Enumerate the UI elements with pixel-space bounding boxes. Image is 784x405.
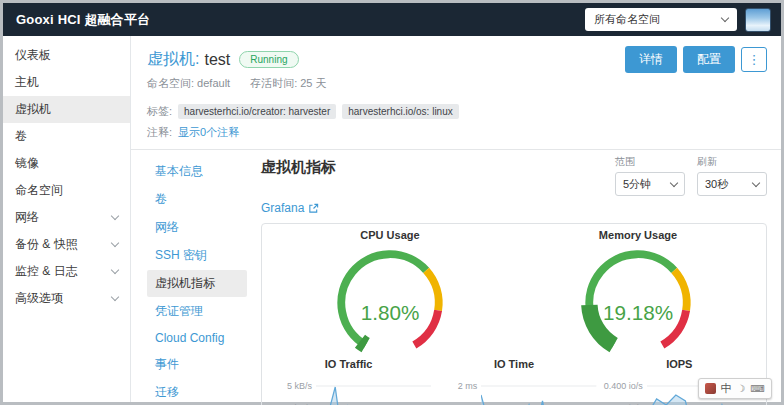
chevron-down-icon bbox=[111, 239, 119, 247]
tab-ssh-keys[interactable]: SSH 密钥 bbox=[147, 242, 247, 269]
gauge-row: CPU Usage 1.80% Memory Usa bbox=[266, 229, 762, 354]
app-header: Gooxi HCI 超融合平台 所有命名空间 bbox=[3, 3, 781, 36]
sidebar-item-volumes[interactable]: 卷 bbox=[3, 123, 130, 150]
divider bbox=[131, 149, 781, 150]
refresh-label: 刷新 bbox=[697, 155, 767, 169]
tab-volumes[interactable]: 卷 bbox=[147, 186, 247, 213]
metrics-panel: CPU Usage 1.80% Memory Usa bbox=[261, 223, 767, 405]
sidebar-item-virtual-machines[interactable]: 虚拟机 bbox=[3, 96, 130, 123]
cpu-usage-gauge: CPU Usage 1.80% bbox=[266, 229, 514, 354]
chevron-down-icon bbox=[721, 14, 729, 22]
grafana-row: Grafana bbox=[261, 198, 767, 216]
sidebar-item-label: 备份 & 快照 bbox=[15, 236, 78, 253]
memory-usage-value: 19.18% bbox=[603, 301, 673, 324]
label-chip-creator: harvesterhci.io/creator: harvester bbox=[178, 104, 336, 119]
metrics-title: 虚拟机指标 bbox=[261, 158, 336, 177]
tab-basic-info[interactable]: 基本信息 bbox=[147, 158, 247, 185]
app-title: Gooxi HCI 超融合平台 bbox=[16, 11, 150, 29]
sidebar-item-label: 监控 & 日志 bbox=[15, 263, 78, 280]
metrics-header: 虚拟机指标 范围 5分钟 刷新 bbox=[261, 155, 767, 196]
y-axis-labels: 5 kB/s 4 kB/s 3 kB/s bbox=[266, 373, 316, 405]
resource-type-link[interactable]: 虚拟机: bbox=[147, 49, 199, 70]
tab-credentials[interactable]: 凭证管理 bbox=[147, 298, 247, 325]
main-content: 虚拟机: test Running 详情 配置 ⋮ 命名空间: default … bbox=[131, 36, 781, 402]
cpu-usage-value: 1.80% bbox=[361, 301, 420, 324]
sidebar-item-images[interactable]: 镜像 bbox=[3, 150, 130, 177]
sidebar-item-hosts[interactable]: 主机 bbox=[3, 69, 130, 96]
sidebar-item-dashboard[interactable]: 仪表板 bbox=[3, 42, 130, 69]
chart-title: IO Time bbox=[431, 358, 596, 370]
config-button[interactable]: 配置 bbox=[683, 46, 735, 73]
range-value: 5分钟 bbox=[623, 177, 651, 192]
sidebar-item-advanced[interactable]: 高级选项 bbox=[3, 285, 130, 312]
chevron-down-icon bbox=[111, 293, 119, 301]
namespace-filter-select[interactable]: 所有命名空间 bbox=[585, 8, 737, 31]
sidebar-item-label: 仪表板 bbox=[15, 47, 51, 64]
sidebar-item-monitoring-logs[interactable]: 监控 & 日志 bbox=[3, 258, 130, 285]
header-right: 所有命名空间 bbox=[585, 8, 771, 32]
status-badge: Running bbox=[239, 51, 298, 68]
gauge-title: CPU Usage bbox=[360, 229, 419, 241]
tab-events[interactable]: 事件 bbox=[147, 351, 247, 378]
range-label: 范围 bbox=[615, 155, 685, 169]
sidebar-item-label: 卷 bbox=[15, 128, 27, 145]
annotations-row: 注释: 显示0个注释 bbox=[147, 125, 767, 140]
tab-cloud-config[interactable]: Cloud Config bbox=[147, 326, 247, 350]
detail-row: 基本信息 卷 网络 SSH 密钥 虚拟机指标 凭证管理 Cloud Config… bbox=[147, 155, 767, 405]
io-time-plot bbox=[481, 373, 596, 405]
external-link-icon bbox=[308, 203, 319, 214]
memory-gauge-chart: 19.18% bbox=[577, 242, 699, 354]
range-control: 范围 5分钟 bbox=[615, 155, 685, 196]
sidebar-item-backup-snapshot[interactable]: 备份 & 快照 bbox=[3, 231, 130, 258]
y-axis-labels: 2 ms 1.50 ms 1 ms bbox=[431, 373, 481, 405]
sidebar-item-networks[interactable]: 网络 bbox=[3, 204, 130, 231]
ime-moon-icon[interactable]: ☽ bbox=[737, 383, 746, 394]
metrics-section: 虚拟机指标 范围 5分钟 刷新 bbox=[247, 155, 767, 405]
cpu-gauge-chart: 1.80% bbox=[329, 242, 451, 354]
tab-migration[interactable]: 迁移 bbox=[147, 379, 247, 405]
io-traffic-plot bbox=[316, 373, 431, 405]
ime-logo-icon[interactable] bbox=[705, 383, 716, 394]
action-buttons: 详情 配置 ⋮ bbox=[625, 46, 767, 73]
sidebar-item-label: 高级选项 bbox=[15, 290, 63, 307]
refresh-select[interactable]: 30秒 bbox=[697, 172, 767, 196]
details-button[interactable]: 详情 bbox=[625, 46, 677, 73]
annotations-label: 注释: bbox=[147, 125, 172, 140]
age-text: 存活时间: 25 天 bbox=[250, 76, 326, 91]
ime-toolbar[interactable]: 中 ☽ ⌨ bbox=[698, 378, 772, 399]
sidebar-item-namespaces[interactable]: 命名空间 bbox=[3, 177, 130, 204]
annotations-toggle-link[interactable]: 显示0个注释 bbox=[178, 125, 239, 140]
sidebar-item-label: 镜像 bbox=[15, 155, 39, 172]
y-axis-labels: 0.400 io/s 0.300 io/s 0.200 io/s bbox=[597, 373, 647, 405]
mini-charts-row: IO Traffic 5 kB/s 4 kB/s 3 kB/s bbox=[266, 358, 762, 405]
chevron-down-icon bbox=[670, 178, 678, 186]
chevron-down-icon bbox=[111, 212, 119, 220]
io-time-chart: IO Time 2 ms 1.50 ms 1 ms bbox=[431, 358, 596, 405]
chart-title: IO Traffic bbox=[266, 358, 431, 370]
body-row: 仪表板 主机 虚拟机 卷 镜像 命名空间 网络 备份 & 快照 监控 & 日志 … bbox=[3, 36, 781, 402]
tab-vm-metrics[interactable]: 虚拟机指标 bbox=[147, 270, 247, 297]
range-select[interactable]: 5分钟 bbox=[615, 172, 685, 196]
meta-row: 命名空间: default 存活时间: 25 天 bbox=[147, 76, 767, 91]
more-actions-button[interactable]: ⋮ bbox=[741, 47, 767, 72]
sidebar-item-label: 命名空间 bbox=[15, 182, 63, 199]
chevron-down-icon bbox=[752, 178, 760, 186]
chart-title: IOPS bbox=[597, 358, 762, 370]
refresh-value: 30秒 bbox=[705, 177, 728, 192]
ime-lang-indicator[interactable]: 中 bbox=[721, 381, 732, 396]
sidebar: 仪表板 主机 虚拟机 卷 镜像 命名空间 网络 备份 & 快照 监控 & 日志 … bbox=[3, 36, 131, 402]
resource-name: test bbox=[204, 51, 230, 69]
io-traffic-chart: IO Traffic 5 kB/s 4 kB/s 3 kB/s bbox=[266, 358, 431, 405]
refresh-control: 刷新 30秒 bbox=[697, 155, 767, 196]
labels-row: 标签: harvesterhci.io/creator: harvester h… bbox=[147, 104, 767, 119]
detail-tab-list: 基本信息 卷 网络 SSH 密钥 虚拟机指标 凭证管理 Cloud Config… bbox=[147, 155, 247, 405]
sidebar-item-label: 主机 bbox=[15, 74, 39, 91]
tab-networks[interactable]: 网络 bbox=[147, 214, 247, 241]
avatar[interactable] bbox=[745, 8, 771, 32]
label-chip-os: harvesterhci.io/os: linux bbox=[342, 104, 459, 119]
sidebar-item-label: 网络 bbox=[15, 209, 39, 226]
ime-keyboard-icon[interactable]: ⌨ bbox=[751, 383, 765, 394]
grafana-link[interactable]: Grafana bbox=[261, 201, 319, 215]
namespace-filter-value: 所有命名空间 bbox=[594, 12, 660, 27]
memory-usage-gauge: Memory Usage 19.18% bbox=[514, 229, 762, 354]
